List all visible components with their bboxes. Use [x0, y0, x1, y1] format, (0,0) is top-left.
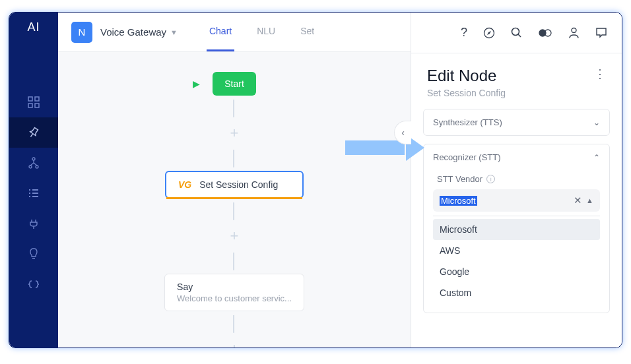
nav-pin-icon[interactable]	[9, 117, 58, 148]
node-set-session-config[interactable]: VG Set Session Config	[165, 171, 304, 198]
compass-icon[interactable]	[483, 27, 495, 39]
nav-bulb-icon[interactable]	[9, 239, 58, 269]
project-selector[interactable]: Voice Gateway ▼	[100, 26, 178, 38]
panel-title: Edit Node	[427, 67, 506, 85]
project-name: Voice Gateway	[100, 26, 166, 38]
svg-point-5	[29, 166, 32, 168]
section-label: Synthesizer (TTS)	[433, 117, 502, 127]
option-microsoft[interactable]: Microsoft	[433, 219, 600, 240]
connector: │	[230, 317, 239, 331]
kebab-menu-icon[interactable]: ⋮	[594, 67, 606, 81]
section-tts: Synthesizer (TTS) ⌄	[423, 109, 610, 136]
clear-icon[interactable]: ✕	[574, 195, 582, 206]
header: N Voice Gateway ▼ Chart NLU Set	[58, 13, 411, 52]
option-custom[interactable]: Custom	[433, 282, 600, 303]
connector: │	[230, 101, 239, 115]
section-label: Recognizer (STT)	[433, 152, 501, 162]
tabs: Chart NLU Set	[207, 13, 317, 51]
section-stt-header[interactable]: Recognizer (STT) ⌃	[424, 144, 609, 170]
node-subtitle: Welcome to customer servic...	[177, 293, 292, 303]
chat-icon[interactable]	[595, 27, 607, 38]
nav-list-icon[interactable]	[9, 178, 58, 208]
add-node-icon[interactable]: +	[230, 126, 239, 140]
stt-vendor-dropdown: Microsoft AWS Google Custom	[433, 216, 600, 303]
svg-point-4	[32, 158, 35, 160]
connector: │	[230, 204, 239, 218]
svg-point-6	[36, 166, 38, 168]
user-icon[interactable]	[568, 27, 580, 39]
field-label: STT Vendor i	[437, 174, 600, 184]
pointer-arrow	[345, 138, 424, 158]
svg-point-8	[512, 28, 519, 36]
node-say[interactable]: Say Welcome to customer servic...	[164, 274, 304, 311]
vg-badge: VG	[178, 179, 191, 190]
svg-rect-3	[35, 104, 39, 107]
section-tts-header[interactable]: Synthesizer (TTS) ⌄	[424, 109, 609, 135]
svg-point-11	[572, 28, 576, 32]
nav-hierarchy-icon[interactable]	[9, 148, 58, 178]
stt-vendor-combobox[interactable]: Microsoft ✕ ▲	[433, 189, 600, 212]
svg-rect-2	[28, 104, 32, 107]
option-google[interactable]: Google	[433, 261, 600, 282]
svg-rect-0	[28, 97, 32, 101]
tab-nlu[interactable]: NLU	[254, 13, 278, 51]
sidebar: AI	[9, 13, 58, 348]
canvas[interactable]: ▶ Start │ + │ VG Set Session Config │ + …	[58, 52, 411, 348]
nav-code-icon[interactable]	[9, 269, 58, 299]
play-icon: ▶	[193, 78, 200, 89]
search-icon[interactable]	[511, 27, 522, 38]
nav-plug-icon[interactable]	[9, 208, 58, 239]
section-stt: Recognizer (STT) ⌃ STT Vendor i Microsof…	[423, 144, 610, 313]
main-area: N Voice Gateway ▼ Chart NLU Set ▶ Start …	[58, 13, 411, 348]
tab-settings[interactable]: Set	[298, 13, 317, 51]
chevron-up-icon[interactable]: ▲	[586, 197, 593, 204]
toggle-icon[interactable]	[538, 28, 552, 38]
logo: AI	[27, 20, 40, 34]
panel-subtitle: Set Session Config	[427, 88, 506, 98]
connector: │	[230, 151, 239, 166]
chevron-down-icon: ⌄	[593, 118, 600, 127]
node-start[interactable]: ▶ Start	[213, 72, 256, 96]
combobox-value: Microsoft	[440, 196, 570, 206]
chevron-down-icon: ▼	[170, 28, 178, 36]
connector: │	[230, 254, 239, 268]
toolbar: ?	[411, 13, 622, 53]
add-node-icon[interactable]: +	[230, 342, 239, 348]
help-icon[interactable]: ?	[461, 26, 467, 40]
node-label: Set Session Config	[199, 179, 278, 190]
node-label: Say	[177, 282, 292, 292]
option-aws[interactable]: AWS	[433, 240, 600, 261]
panel-header: Edit Node Set Session Config ⋮	[411, 53, 622, 109]
nav-grid-icon[interactable]	[9, 87, 58, 117]
project-badge[interactable]: N	[71, 22, 92, 43]
tab-chart[interactable]: Chart	[207, 13, 234, 51]
edit-panel: ? Edit Node Set Session Config ⋮	[411, 13, 622, 348]
add-node-icon[interactable]: +	[230, 229, 239, 243]
svg-rect-1	[35, 97, 39, 101]
info-icon[interactable]: i	[486, 175, 495, 183]
chevron-up-icon: ⌃	[593, 153, 600, 162]
